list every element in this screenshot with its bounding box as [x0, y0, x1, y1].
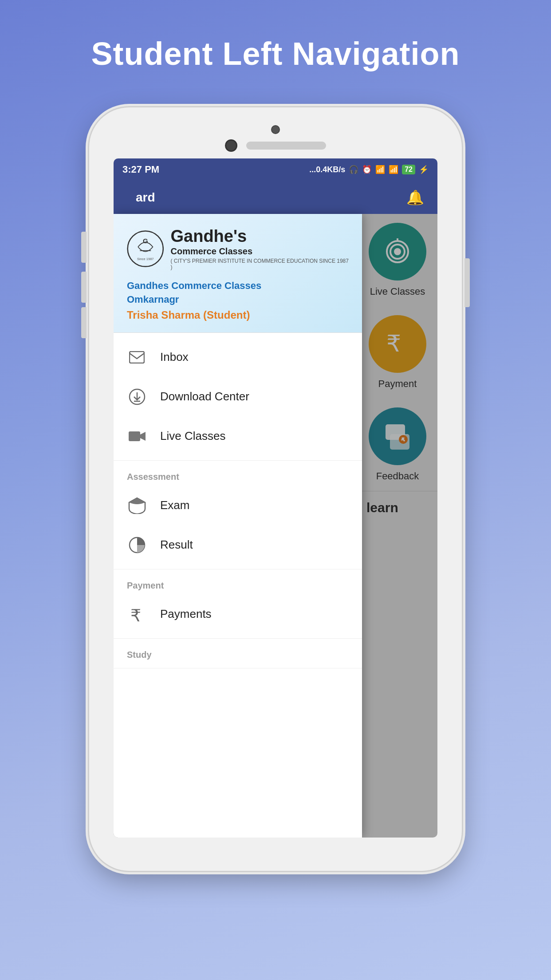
drawer-logo: G Since 1987 Gandhe's Commerce Classes (… — [127, 227, 349, 270]
front-camera — [225, 139, 237, 152]
exam-label: Exam — [160, 498, 189, 512]
status-time: 3:27 PM — [122, 164, 159, 175]
notification-bell-icon[interactable]: 🔔 — [406, 189, 424, 206]
result-label: Result — [160, 538, 193, 552]
school-name: Gandhes Commerce ClassesOmkarnagr — [127, 279, 349, 307]
status-bar: 3:27 PM ...0.4KB/s 🎧 ⏰ 📶 📶 72 ⚡ — [114, 158, 437, 181]
speaker-grille — [246, 142, 326, 150]
phone-top-hardware — [225, 125, 326, 152]
wifi-icon: 📶 — [389, 165, 398, 174]
battery-indicator: 72 — [402, 165, 415, 174]
phone-speaker-area — [225, 139, 326, 152]
svg-text:₹: ₹ — [130, 606, 141, 623]
alarm-icon: ⏰ — [362, 165, 372, 174]
inbox-icon — [127, 347, 147, 367]
signal-icon: 📶 — [375, 165, 385, 174]
svg-point-0 — [128, 231, 163, 266]
nav-item-live-classes[interactable]: Live Classes — [114, 416, 362, 456]
phone-shell: 3:27 PM ...0.4KB/s 🎧 ⏰ 📶 📶 72 ⚡ ard 🔔 — [89, 107, 462, 871]
phone-mockup: 3:27 PM ...0.4KB/s 🎧 ⏰ 📶 📶 72 ⚡ ard 🔔 — [85, 99, 466, 880]
logo-tagline: ( CITY'S PREMIER INSTITUTE IN COMMERCE E… — [170, 258, 349, 270]
svg-marker-8 — [140, 432, 146, 441]
status-icons: ...0.4KB/s 🎧 ⏰ 📶 📶 72 ⚡ — [309, 165, 429, 174]
nav-section-study: Study — [114, 639, 362, 668]
svg-text:G: G — [143, 237, 148, 245]
headphone-icon: 🎧 — [349, 165, 358, 174]
drawer-header: G Since 1987 Gandhe's Commerce Classes (… — [114, 214, 362, 333]
charging-icon: ⚡ — [419, 165, 429, 174]
nav-item-download[interactable]: Download Center — [114, 377, 362, 416]
nav-drawer: G Since 1987 Gandhe's Commerce Classes (… — [114, 214, 362, 838]
logo-sub: Commerce Classes — [170, 246, 349, 257]
nav-item-inbox[interactable]: Inbox — [114, 337, 362, 377]
nav-section-main: Inbox Download Cent — [114, 333, 362, 461]
nav-item-exam[interactable]: Exam — [114, 486, 362, 525]
payment-section-label: Payment — [114, 574, 362, 594]
logo-svg: G Since 1987 — [127, 230, 164, 268]
assessment-label: Assessment — [114, 465, 362, 486]
live-classes-label: Live Classes — [160, 429, 225, 443]
student-name: Trisha Sharma (Student) — [127, 309, 349, 321]
logo-main: Gandhe's — [170, 227, 349, 246]
svg-rect-3 — [130, 352, 144, 363]
nav-section-assessment: Assessment Exam — [114, 461, 362, 569]
nav-item-result[interactable]: Result — [114, 525, 362, 565]
app-bar: ard 🔔 — [114, 181, 437, 214]
svg-rect-7 — [129, 431, 140, 441]
video-icon — [127, 426, 147, 446]
phone-camera — [271, 125, 280, 134]
payments-label: Payments — [160, 607, 212, 621]
screen-content: G Since 1987 Gandhe's Commerce Classes (… — [114, 214, 437, 838]
app-bar-title: ard — [136, 190, 155, 205]
result-icon — [127, 535, 147, 555]
svg-text:Since 1987: Since 1987 — [137, 257, 154, 261]
download-icon — [127, 387, 147, 407]
inbox-label: Inbox — [160, 350, 189, 364]
nav-item-payments[interactable]: ₹ Payments — [114, 594, 362, 634]
study-section-label: Study — [114, 643, 362, 664]
download-label: Download Center — [160, 390, 249, 403]
exam-icon — [127, 495, 147, 515]
network-speed: ...0.4KB/s — [309, 165, 345, 174]
rupee-icon: ₹ — [127, 604, 147, 624]
logo-text: Gandhe's Commerce Classes ( CITY'S PREMI… — [170, 227, 349, 270]
page-title: Student Left Navigation — [91, 36, 460, 72]
phone-screen: 3:27 PM ...0.4KB/s 🎧 ⏰ 📶 📶 72 ⚡ ard 🔔 — [114, 158, 437, 838]
nav-section-payment: Payment ₹ Payments — [114, 569, 362, 639]
